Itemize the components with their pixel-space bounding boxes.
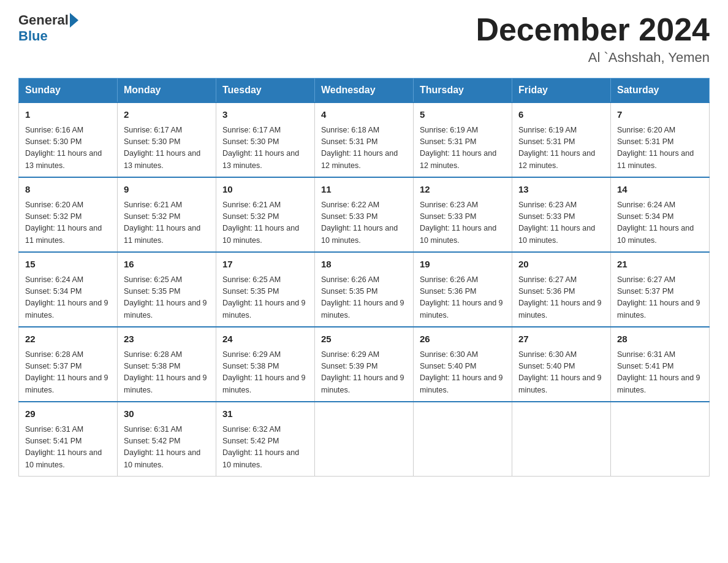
day-number: 22 — [25, 332, 111, 347]
day-info: Sunrise: 6:23 AMSunset: 5:33 PMDaylight:… — [420, 199, 506, 247]
day-number: 19 — [420, 258, 506, 272]
calendar-cell — [315, 402, 414, 477]
calendar-cell: 2Sunrise: 6:17 AMSunset: 5:30 PMDaylight… — [118, 102, 216, 177]
day-number: 5 — [420, 108, 506, 122]
day-info: Sunrise: 6:19 AMSunset: 5:31 PMDaylight:… — [420, 124, 506, 172]
calendar-cell: 29Sunrise: 6:31 AMSunset: 5:41 PMDayligh… — [19, 402, 118, 477]
calendar-cell: 22Sunrise: 6:28 AMSunset: 5:37 PMDayligh… — [19, 327, 118, 402]
day-number: 7 — [617, 108, 703, 122]
day-info: Sunrise: 6:30 AMSunset: 5:40 PMDaylight:… — [420, 349, 506, 397]
day-number: 23 — [124, 332, 210, 347]
logo-blue-text: Blue — [18, 28, 48, 44]
day-info: Sunrise: 6:27 AMSunset: 5:36 PMDaylight:… — [518, 274, 604, 322]
title-area: December 2024 Al `Ashshah, Yemen — [476, 12, 710, 66]
logo-arrow-icon — [70, 13, 78, 28]
calendar-cell: 21Sunrise: 6:27 AMSunset: 5:37 PMDayligh… — [611, 252, 710, 327]
calendar-cell: 12Sunrise: 6:23 AMSunset: 5:33 PMDayligh… — [414, 177, 512, 252]
logo: General Blue — [18, 12, 80, 44]
calendar-cell: 4Sunrise: 6:18 AMSunset: 5:31 PMDaylight… — [315, 102, 414, 177]
day-number: 6 — [518, 108, 604, 122]
day-number: 17 — [222, 258, 308, 272]
day-header-sunday: Sunday — [19, 79, 118, 103]
day-info: Sunrise: 6:31 AMSunset: 5:41 PMDaylight:… — [25, 424, 111, 472]
day-number: 24 — [222, 332, 308, 347]
day-info: Sunrise: 6:28 AMSunset: 5:37 PMDaylight:… — [25, 349, 111, 397]
day-info: Sunrise: 6:17 AMSunset: 5:30 PMDaylight:… — [222, 124, 308, 172]
calendar-subtitle: Al `Ashshah, Yemen — [476, 50, 710, 66]
day-header-thursday: Thursday — [414, 79, 512, 103]
calendar-cell: 23Sunrise: 6:28 AMSunset: 5:38 PMDayligh… — [118, 327, 216, 402]
day-number: 21 — [617, 258, 703, 272]
day-number: 14 — [617, 183, 703, 197]
calendar-cell: 17Sunrise: 6:25 AMSunset: 5:35 PMDayligh… — [216, 252, 315, 327]
calendar-cell: 15Sunrise: 6:24 AMSunset: 5:34 PMDayligh… — [19, 252, 118, 327]
day-number: 16 — [124, 258, 210, 272]
day-info: Sunrise: 6:26 AMSunset: 5:36 PMDaylight:… — [420, 274, 506, 322]
calendar-cell: 9Sunrise: 6:21 AMSunset: 5:32 PMDaylight… — [118, 177, 216, 252]
calendar-cell: 6Sunrise: 6:19 AMSunset: 5:31 PMDaylight… — [512, 102, 611, 177]
day-number: 15 — [25, 258, 111, 272]
day-info: Sunrise: 6:23 AMSunset: 5:33 PMDaylight:… — [518, 199, 604, 247]
day-number: 26 — [420, 332, 506, 347]
day-info: Sunrise: 6:20 AMSunset: 5:31 PMDaylight:… — [617, 124, 703, 172]
calendar-table: SundayMondayTuesdayWednesdayThursdayFrid… — [18, 78, 710, 477]
day-info: Sunrise: 6:21 AMSunset: 5:32 PMDaylight:… — [124, 199, 210, 247]
calendar-cell: 14Sunrise: 6:24 AMSunset: 5:34 PMDayligh… — [611, 177, 710, 252]
calendar-cell: 11Sunrise: 6:22 AMSunset: 5:33 PMDayligh… — [315, 177, 414, 252]
calendar-header-row: SundayMondayTuesdayWednesdayThursdayFrid… — [19, 79, 710, 103]
calendar-week-3: 15Sunrise: 6:24 AMSunset: 5:34 PMDayligh… — [19, 252, 710, 327]
calendar-cell: 26Sunrise: 6:30 AMSunset: 5:40 PMDayligh… — [414, 327, 512, 402]
day-info: Sunrise: 6:17 AMSunset: 5:30 PMDaylight:… — [124, 124, 210, 172]
calendar-cell: 27Sunrise: 6:30 AMSunset: 5:40 PMDayligh… — [512, 327, 611, 402]
calendar-cell: 7Sunrise: 6:20 AMSunset: 5:31 PMDaylight… — [611, 102, 710, 177]
calendar-cell: 25Sunrise: 6:29 AMSunset: 5:39 PMDayligh… — [315, 327, 414, 402]
calendar-cell: 30Sunrise: 6:31 AMSunset: 5:42 PMDayligh… — [118, 402, 216, 477]
day-number: 10 — [222, 183, 308, 197]
day-number: 20 — [518, 258, 604, 272]
day-info: Sunrise: 6:30 AMSunset: 5:40 PMDaylight:… — [518, 349, 604, 397]
page-header: General Blue December 2024 Al `Ashshah, … — [18, 12, 710, 66]
calendar-week-5: 29Sunrise: 6:31 AMSunset: 5:41 PMDayligh… — [19, 402, 710, 477]
calendar-cell: 24Sunrise: 6:29 AMSunset: 5:38 PMDayligh… — [216, 327, 315, 402]
day-header-tuesday: Tuesday — [216, 79, 315, 103]
calendar-cell: 3Sunrise: 6:17 AMSunset: 5:30 PMDaylight… — [216, 102, 315, 177]
calendar-week-2: 8Sunrise: 6:20 AMSunset: 5:32 PMDaylight… — [19, 177, 710, 252]
day-number: 18 — [321, 258, 407, 272]
day-info: Sunrise: 6:29 AMSunset: 5:38 PMDaylight:… — [222, 349, 308, 397]
day-number: 11 — [321, 183, 407, 197]
calendar-cell: 10Sunrise: 6:21 AMSunset: 5:32 PMDayligh… — [216, 177, 315, 252]
day-info: Sunrise: 6:32 AMSunset: 5:42 PMDaylight:… — [222, 424, 308, 472]
calendar-cell: 1Sunrise: 6:16 AMSunset: 5:30 PMDaylight… — [19, 102, 118, 177]
day-number: 1 — [25, 108, 111, 122]
day-header-friday: Friday — [512, 79, 611, 103]
day-header-wednesday: Wednesday — [315, 79, 414, 103]
day-info: Sunrise: 6:31 AMSunset: 5:42 PMDaylight:… — [124, 424, 210, 472]
day-info: Sunrise: 6:25 AMSunset: 5:35 PMDaylight:… — [222, 274, 308, 322]
day-info: Sunrise: 6:26 AMSunset: 5:35 PMDaylight:… — [321, 274, 407, 322]
calendar-cell: 20Sunrise: 6:27 AMSunset: 5:36 PMDayligh… — [512, 252, 611, 327]
day-info: Sunrise: 6:18 AMSunset: 5:31 PMDaylight:… — [321, 124, 407, 172]
day-number: 13 — [518, 183, 604, 197]
day-header-saturday: Saturday — [611, 79, 710, 103]
day-info: Sunrise: 6:20 AMSunset: 5:32 PMDaylight:… — [25, 199, 111, 247]
day-number: 27 — [518, 332, 604, 347]
day-number: 30 — [124, 407, 210, 421]
day-info: Sunrise: 6:16 AMSunset: 5:30 PMDaylight:… — [25, 124, 111, 172]
calendar-cell: 19Sunrise: 6:26 AMSunset: 5:36 PMDayligh… — [414, 252, 512, 327]
day-number: 31 — [222, 407, 308, 421]
day-info: Sunrise: 6:27 AMSunset: 5:37 PMDaylight:… — [617, 274, 703, 322]
day-info: Sunrise: 6:31 AMSunset: 5:41 PMDaylight:… — [617, 349, 703, 397]
calendar-title: December 2024 — [476, 12, 710, 47]
day-header-monday: Monday — [118, 79, 216, 103]
day-info: Sunrise: 6:24 AMSunset: 5:34 PMDaylight:… — [25, 274, 111, 322]
day-number: 9 — [124, 183, 210, 197]
day-number: 2 — [124, 108, 210, 122]
day-number: 12 — [420, 183, 506, 197]
calendar-cell: 31Sunrise: 6:32 AMSunset: 5:42 PMDayligh… — [216, 402, 315, 477]
calendar-cell: 8Sunrise: 6:20 AMSunset: 5:32 PMDaylight… — [19, 177, 118, 252]
calendar-cell: 18Sunrise: 6:26 AMSunset: 5:35 PMDayligh… — [315, 252, 414, 327]
calendar-week-1: 1Sunrise: 6:16 AMSunset: 5:30 PMDaylight… — [19, 102, 710, 177]
day-info: Sunrise: 6:21 AMSunset: 5:32 PMDaylight:… — [222, 199, 308, 247]
day-number: 28 — [617, 332, 703, 347]
day-info: Sunrise: 6:28 AMSunset: 5:38 PMDaylight:… — [124, 349, 210, 397]
